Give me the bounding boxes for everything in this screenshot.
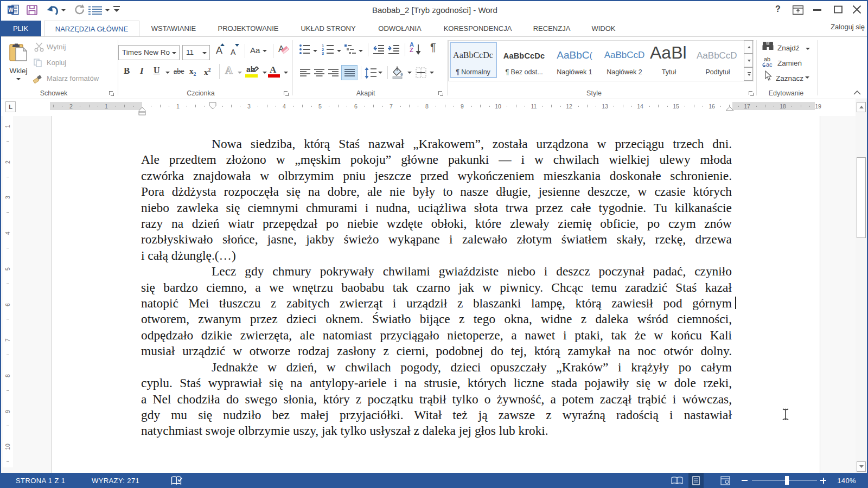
svg-text:W: W: [8, 7, 14, 13]
svg-text:3: 3: [322, 51, 324, 55]
